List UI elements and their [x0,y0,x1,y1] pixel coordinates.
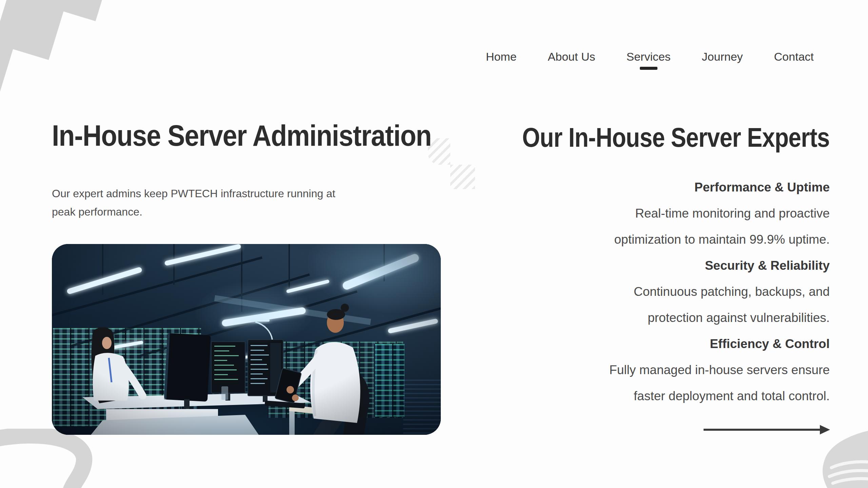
nav-item-journey[interactable]: Journey [702,50,743,63]
nav-item-home[interactable]: Home [486,50,517,63]
diagonal-stripes-decoration [450,165,475,189]
page-subtitle: Our expert admins keep PWTECH infrastruc… [52,184,357,221]
page: Home About Us Services Journey Contact I… [0,0,868,488]
swoosh-decoration-bottom-right [787,428,868,488]
experts-title: Our In-House Server Experts [522,124,830,151]
nav-item-about-us[interactable]: About Us [548,50,595,63]
feature-heading-security: Security & Reliability [609,252,830,279]
feature-text: protection against vulnerabilities. [609,305,830,331]
photo-scene [52,244,441,435]
feature-text: Fully managed in-house servers ensure [609,357,830,383]
nav-item-services-label: Services [626,50,670,63]
page-title: In-House Server Administration [52,121,431,150]
nav-item-services[interactable]: Services [626,50,670,63]
nav-item-contact[interactable]: Contact [774,50,814,63]
feature-heading-efficiency: Efficiency & Control [609,331,830,357]
feature-text: faster deployment and total control. [609,383,830,409]
staircase-decoration [0,0,105,119]
server-room-photo [52,244,441,435]
experts-feature-list: Performance & Uptime Real-time monitorin… [609,174,830,409]
swoosh-decoration-bottom-left [0,429,136,488]
feature-heading-performance: Performance & Uptime [609,174,830,200]
feature-text: Real-time monitoring and proactive [609,200,830,226]
active-tab-underline [640,67,657,70]
feature-text: optimization to maintain 99.9% uptime. [609,226,830,252]
main-nav: Home About Us Services Journey Contact [486,50,814,63]
feature-text: Continuous patching, backups, and [609,279,830,305]
arrow-right-icon[interactable] [703,423,830,436]
